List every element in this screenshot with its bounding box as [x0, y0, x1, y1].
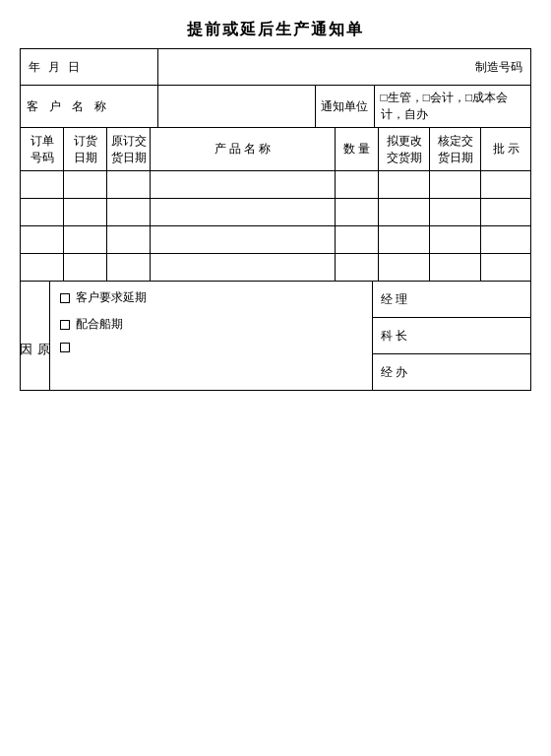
- header-label: 订单号码: [31, 133, 54, 166]
- table-row: [21, 171, 530, 199]
- row-customer: 客 户 名 称 通知单位 □生管，□会计，□成本会计，自办: [21, 86, 530, 128]
- checkbox-icon[interactable]: [60, 343, 70, 352]
- checkbox-icon[interactable]: [60, 293, 70, 303]
- cell-confirm-date[interactable]: [430, 199, 481, 225]
- row-reason: 原因 客户要求延期 配合船期 经 理: [21, 282, 530, 390]
- cell-product[interactable]: [151, 254, 336, 281]
- cell-reason-content: 客户要求延期 配合船期: [50, 282, 373, 390]
- cell-product[interactable]: [151, 171, 336, 198]
- cell-date: 年 月 日: [21, 49, 158, 85]
- cell-confirm-date[interactable]: [430, 171, 481, 198]
- reason-text-1: 客户要求延期: [76, 289, 147, 306]
- day-label: 日: [68, 59, 80, 76]
- header-label: 批 示: [493, 141, 520, 158]
- cell-customer-label: 客 户 名 称: [21, 86, 158, 127]
- cell-order-date[interactable]: [64, 226, 107, 253]
- header-change-date: 拟更改交货期: [379, 128, 430, 170]
- cell-order-code[interactable]: [21, 226, 64, 253]
- reason-text-2: 配合船期: [76, 316, 123, 333]
- cell-qty[interactable]: [336, 254, 379, 281]
- approval-role-section-chief: 科 长: [381, 328, 407, 345]
- mfr-label: 制造号码: [475, 59, 522, 76]
- reason-item-3[interactable]: [60, 343, 362, 352]
- cell-customer-value[interactable]: [158, 86, 316, 127]
- cell-confirm-date[interactable]: [430, 226, 481, 253]
- cell-reason-label: 原因: [21, 282, 50, 390]
- header-batch: 批 示: [481, 128, 530, 170]
- form-wrapper: 年 月 日 制造号码 客 户 名 称 通知单位 □生管，□会计，□成本会计，自办: [20, 48, 531, 391]
- approval-role-manager: 经 理: [381, 291, 407, 308]
- checkboxes-label: □生管，□会计，□成本会计，自办: [381, 90, 525, 123]
- table-row: [21, 226, 530, 254]
- cell-order-date[interactable]: [64, 171, 107, 198]
- table-row: [21, 254, 530, 282]
- header-label: 拟更改交货期: [387, 133, 422, 166]
- cell-change-date[interactable]: [379, 254, 430, 281]
- approval-row-handler: 经 办: [373, 354, 530, 390]
- notification-unit-label: 通知单位: [321, 98, 368, 115]
- row-date-mfr: 年 月 日 制造号码: [21, 49, 530, 86]
- cell-orig-date[interactable]: [107, 171, 151, 198]
- cell-batch[interactable]: [481, 171, 530, 198]
- cell-change-date[interactable]: [379, 171, 430, 198]
- cell-order-code[interactable]: [21, 199, 64, 225]
- header-confirm-date: 核定交货日期: [430, 128, 481, 170]
- row-headers: 订单号码 订货日期 原订交货日期 产 品 名 称 数 量 拟更改交货期 核定交货…: [21, 128, 530, 171]
- cell-change-date[interactable]: [379, 199, 430, 225]
- cell-confirm-date[interactable]: [430, 254, 481, 281]
- header-label: 原订交货日期: [111, 133, 147, 166]
- cell-product[interactable]: [151, 199, 336, 225]
- cell-approval: 经 理 科 长 经 办: [373, 282, 530, 390]
- cell-notification-label: 通知单位: [316, 86, 375, 127]
- reason-label: 原因: [18, 333, 53, 339]
- year-label: 年: [29, 59, 40, 76]
- cell-orig-date[interactable]: [107, 199, 151, 225]
- form-title: 提前或延后生产通知单: [20, 20, 531, 40]
- header-label: 订货日期: [74, 133, 97, 166]
- reason-item-2[interactable]: 配合船期: [60, 316, 362, 333]
- header-label: 产 品 名 称: [214, 141, 271, 158]
- cell-change-date[interactable]: [379, 226, 430, 253]
- header-order-date: 订货日期: [64, 128, 107, 170]
- header-order-code: 订单号码: [21, 128, 64, 170]
- cell-orig-date[interactable]: [107, 254, 151, 281]
- cell-order-code[interactable]: [21, 254, 64, 281]
- cell-checkboxes: □生管，□会计，□成本会计，自办: [375, 86, 531, 127]
- reason-item-1[interactable]: 客户要求延期: [60, 289, 362, 306]
- cell-order-date[interactable]: [64, 199, 107, 225]
- cell-order-code[interactable]: [21, 171, 64, 198]
- header-orig-date: 原订交货日期: [107, 128, 151, 170]
- cell-batch[interactable]: [481, 226, 530, 253]
- table-row: [21, 199, 530, 226]
- cell-batch[interactable]: [481, 254, 530, 281]
- checkbox-icon[interactable]: [60, 320, 70, 330]
- approval-role-handler: 经 办: [381, 364, 407, 381]
- approval-row-manager: 经 理: [373, 282, 530, 318]
- month-label: 月: [48, 59, 60, 76]
- header-label: 数 量: [343, 141, 370, 158]
- cell-qty[interactable]: [336, 171, 379, 198]
- header-qty: 数 量: [336, 128, 379, 170]
- cell-product[interactable]: [151, 226, 336, 253]
- header-product: 产 品 名 称: [151, 128, 336, 170]
- cell-qty[interactable]: [336, 226, 379, 253]
- cell-qty[interactable]: [336, 199, 379, 225]
- cell-mfr: 制造号码: [158, 49, 530, 85]
- customer-label: 客 户 名 称: [27, 98, 110, 115]
- cell-orig-date[interactable]: [107, 226, 151, 253]
- cell-order-date[interactable]: [64, 254, 107, 281]
- form-page: 提前或延后生产通知单 年 月 日 制造号码 客 户 名 称 通知单位 □: [10, 10, 541, 401]
- cell-batch[interactable]: [481, 199, 530, 225]
- approval-row-section-chief: 科 长: [373, 318, 530, 354]
- header-label: 核定交货日期: [438, 133, 473, 166]
